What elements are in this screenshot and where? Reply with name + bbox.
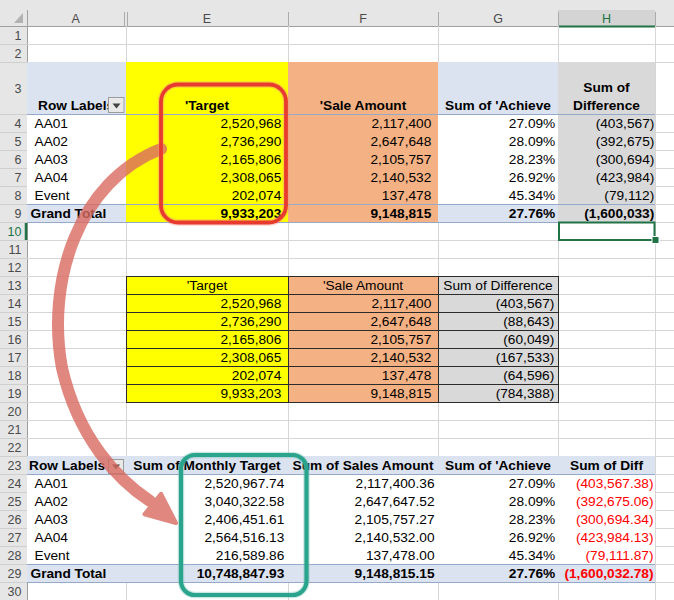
svg-text:9: 9 — [15, 207, 22, 221]
svg-text:20: 20 — [8, 405, 22, 419]
svg-text:2,308,065: 2,308,065 — [220, 350, 281, 365]
svg-text:Sum of Sales Amount: Sum of Sales Amount — [293, 458, 434, 473]
svg-text:AA02: AA02 — [35, 134, 68, 149]
svg-text:4: 4 — [15, 117, 22, 131]
svg-text:(392,675): (392,675) — [596, 134, 655, 149]
svg-text:12: 12 — [8, 261, 22, 275]
svg-text:F: F — [359, 12, 367, 26]
svg-text:(88,643): (88,643) — [503, 314, 554, 329]
svg-text:'Target: 'Target — [187, 278, 228, 293]
svg-text:2,736,290: 2,736,290 — [220, 134, 281, 149]
svg-text:Difference: Difference — [573, 98, 640, 113]
svg-text:Sum of 'Achieve: Sum of 'Achieve — [445, 458, 551, 473]
svg-text:9,933,203: 9,933,203 — [220, 386, 281, 401]
svg-text:1: 1 — [15, 29, 22, 43]
svg-text:AA03: AA03 — [35, 152, 69, 167]
svg-text:2,117,400: 2,117,400 — [371, 296, 431, 311]
svg-text:28.09%: 28.09% — [509, 134, 555, 149]
svg-text:2,564,516.13: 2,564,516.13 — [204, 530, 284, 545]
svg-text:216,589.86: 216,589.86 — [216, 548, 285, 563]
svg-text:14: 14 — [8, 297, 22, 311]
svg-text:29: 29 — [8, 567, 22, 581]
svg-text:Sum of Diff: Sum of Diff — [570, 458, 643, 473]
svg-text:(167,533): (167,533) — [496, 350, 555, 365]
svg-text:24: 24 — [8, 477, 22, 491]
svg-text:2,105,757.27: 2,105,757.27 — [355, 512, 435, 527]
svg-text:2,520,968: 2,520,968 — [220, 116, 281, 131]
svg-text:'Sale Amount: 'Sale Amount — [323, 278, 403, 293]
svg-text:11: 11 — [9, 243, 22, 257]
svg-text:(64,596): (64,596) — [503, 368, 554, 383]
svg-text:10,748,847.93: 10,748,847.93 — [197, 566, 285, 581]
svg-text:Event: Event — [35, 548, 70, 563]
svg-text:137,478: 137,478 — [382, 368, 432, 383]
svg-text:45.34%: 45.34% — [509, 188, 555, 203]
svg-text:9,148,815: 9,148,815 — [370, 386, 431, 401]
svg-text:(79,112): (79,112) — [604, 188, 654, 203]
svg-text:22: 22 — [8, 441, 22, 455]
svg-text:AA04: AA04 — [35, 170, 69, 185]
svg-text:G: G — [493, 12, 503, 26]
svg-text:9,148,815.15: 9,148,815.15 — [355, 566, 435, 581]
svg-text:16: 16 — [8, 333, 22, 347]
svg-text:23: 23 — [8, 459, 22, 473]
svg-text:AA01: AA01 — [35, 476, 68, 491]
svg-text:6: 6 — [15, 153, 22, 167]
svg-text:AA01: AA01 — [35, 116, 68, 131]
svg-text:2,140,532.00: 2,140,532.00 — [355, 530, 435, 545]
svg-text:137,478.00: 137,478.00 — [366, 548, 435, 563]
svg-text:21: 21 — [8, 423, 22, 437]
svg-text:(423,984): (423,984) — [596, 170, 655, 185]
svg-text:2,647,648: 2,647,648 — [370, 314, 431, 329]
svg-text:26.92%: 26.92% — [509, 530, 555, 545]
svg-text:(300,694.34): (300,694.34) — [576, 512, 654, 527]
svg-text:(79,111.87): (79,111.87) — [586, 548, 654, 563]
svg-text:18: 18 — [8, 369, 22, 383]
svg-text:9,148,815: 9,148,815 — [370, 206, 431, 221]
svg-text:AA02: AA02 — [35, 494, 68, 509]
svg-text:28.23%: 28.23% — [509, 152, 555, 167]
svg-text:Grand Total: Grand Total — [31, 566, 107, 581]
svg-text:(423,984.13): (423,984.13) — [576, 530, 654, 545]
svg-text:27.76%: 27.76% — [509, 206, 555, 221]
svg-text:(300,694): (300,694) — [596, 152, 655, 167]
svg-text:2,117,400: 2,117,400 — [371, 116, 431, 131]
svg-text:2,105,757: 2,105,757 — [370, 152, 431, 167]
svg-text:Sum of Monthly Target: Sum of Monthly Target — [133, 458, 281, 473]
svg-text:202,074: 202,074 — [232, 188, 282, 203]
svg-text:3: 3 — [15, 82, 22, 96]
svg-text:202,074: 202,074 — [232, 368, 282, 383]
svg-text:45.34%: 45.34% — [509, 548, 555, 563]
svg-text:(403,567): (403,567) — [596, 116, 655, 131]
svg-text:28: 28 — [8, 549, 22, 563]
svg-text:27.76%: 27.76% — [509, 566, 555, 581]
svg-text:(1,600,032.78): (1,600,032.78) — [564, 566, 653, 581]
svg-text:'Target: 'Target — [185, 98, 230, 113]
svg-text:(403,567): (403,567) — [496, 296, 555, 311]
svg-text:28.09%: 28.09% — [509, 494, 555, 509]
svg-text:137,478: 137,478 — [382, 188, 432, 203]
svg-text:13: 13 — [8, 279, 22, 293]
svg-text:2,520,967.74: 2,520,967.74 — [204, 476, 284, 491]
svg-text:26.92%: 26.92% — [509, 170, 555, 185]
svg-text:7: 7 — [15, 171, 22, 185]
svg-text:2,406,451.61: 2,406,451.61 — [204, 512, 284, 527]
svg-text:27: 27 — [8, 531, 22, 545]
svg-text:Event: Event — [35, 188, 70, 203]
svg-text:2,117,400.36: 2,117,400.36 — [356, 476, 435, 491]
svg-text:19: 19 — [8, 387, 22, 401]
svg-text:(392,675.06): (392,675.06) — [576, 494, 654, 509]
svg-text:Sum of 'Achieve: Sum of 'Achieve — [445, 98, 551, 113]
svg-text:Sum of: Sum of — [583, 80, 630, 95]
svg-text:5: 5 — [15, 135, 22, 149]
svg-text:25: 25 — [8, 495, 22, 509]
svg-text:2,165,806: 2,165,806 — [220, 332, 281, 347]
svg-text:2,105,757: 2,105,757 — [370, 332, 431, 347]
svg-text:2: 2 — [15, 47, 22, 61]
svg-text:'Sale Amount: 'Sale Amount — [320, 98, 407, 113]
svg-text:3,040,322.58: 3,040,322.58 — [204, 494, 284, 509]
svg-text:9,933,203: 9,933,203 — [220, 206, 281, 221]
svg-text:2,520,968: 2,520,968 — [220, 296, 281, 311]
svg-text:10: 10 — [8, 225, 22, 239]
svg-text:(784,388): (784,388) — [496, 386, 555, 401]
